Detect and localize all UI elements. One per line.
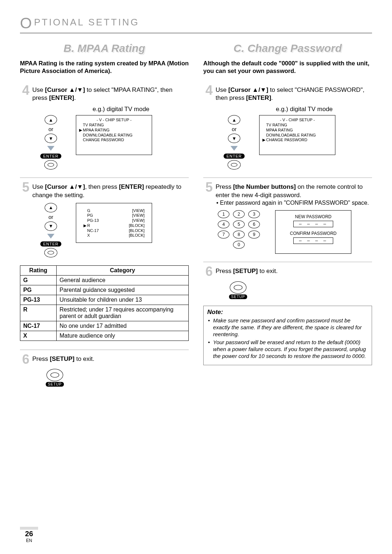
page-number-block: 26 EN xyxy=(20,527,38,543)
page-number: 26 xyxy=(20,530,38,538)
table-row: GGeneral audience xyxy=(20,275,189,285)
left-intro: MPAA Rating is the rating system created… xyxy=(20,60,189,74)
cursor-down-icon: ▼ xyxy=(45,221,57,231)
cursor-down-icon: ▼ xyxy=(228,134,240,143)
cursor-buttons: ▲ or ▼ ENTER xyxy=(40,115,61,170)
table-row: RRestricted; under 17 requires accompany… xyxy=(20,305,189,321)
rating-category-table: RatingCategory GGeneral audience PGParen… xyxy=(20,265,189,341)
note-box: Note: Make sure new password and confirm… xyxy=(203,306,372,365)
keypad-area: 1 2 3 4 5 6 7 8 9 0 NEW PASSWORD – – – –… xyxy=(218,210,372,254)
table-head-rating: Rating xyxy=(20,265,57,275)
keypad-3: 3 xyxy=(248,210,260,218)
note-item: Your password will be erased and return … xyxy=(213,339,368,359)
right-intro: Although the default code "0000" is supp… xyxy=(203,60,372,74)
cursor-up-icon: ▲ xyxy=(45,115,57,125)
section-title-c: C. Change Password xyxy=(203,42,372,54)
step-number: 4 xyxy=(203,85,213,96)
cursor-buttons: ▲ or ▼ ENTER xyxy=(224,115,245,170)
panel-title: - V - CHIP SETUP - xyxy=(79,118,149,123)
keypad-8: 8 xyxy=(233,231,245,239)
keypad-2: 2 xyxy=(233,210,245,218)
right-step-6: 6 Press [SETUP] to exit. xyxy=(203,266,372,277)
note-heading: Note: xyxy=(207,308,368,316)
left-step-4: 4 Use [Cursor ▲/▼] to select "MPAA RATIN… xyxy=(20,85,189,102)
setup-button-block: SETUP xyxy=(45,369,64,387)
step-body: Use [Cursor ▲/▼] to select "CHANGE PASSW… xyxy=(216,85,372,102)
new-password-box: – – – – xyxy=(293,221,333,227)
enter-label: ENTER xyxy=(224,154,245,159)
right-column: C. Change Password Although the default … xyxy=(203,40,372,387)
enter-button-icon xyxy=(44,160,57,170)
table-row: NC-17No one under 17 admitted xyxy=(20,321,189,331)
step-number: 6 xyxy=(20,354,29,365)
new-password-label: NEW PASSWORD xyxy=(278,214,349,219)
rating-panel: G[VIEW] PG[VIEW] PG-13[VIEW] ▶R[BLOCK] N… xyxy=(76,203,152,243)
step-body: Press [SETUP] to exit. xyxy=(216,266,372,275)
step-number: 6 xyxy=(203,266,213,277)
right-step-5: 5 Press [the Number buttons] on the remo… xyxy=(203,182,372,207)
arrow-down-icon xyxy=(47,146,54,151)
table-row: PG-13Unsuitable for children under 13 xyxy=(20,295,189,305)
confirm-password-label: CONFIRM PASSWORD xyxy=(278,231,349,236)
header-rest: PTIONAL SETTING xyxy=(34,17,139,28)
page-header: OPTIONAL SETTING xyxy=(20,15,372,33)
panel-title: - V - CHIP SETUP - xyxy=(262,118,332,123)
note-item: Make sure new password and confirm passw… xyxy=(213,317,368,338)
arrow-down-icon xyxy=(230,146,238,151)
table-row: PGParental guidance suggested xyxy=(20,285,189,295)
enter-button-icon xyxy=(228,160,241,170)
eg-label: e.g.) digital TV mode xyxy=(276,106,372,113)
keypad-7: 7 xyxy=(218,231,229,239)
setup-button-icon xyxy=(230,281,246,294)
keypad-9: 9 xyxy=(248,231,260,239)
keypad-4: 4 xyxy=(218,220,229,228)
left-diagram-5: ▲ or ▼ ENTER G[VIEW] PG[VIEW] PG-13[VIEW… xyxy=(40,203,189,257)
step-body: Use [Cursor ▲/▼], then press [ENTER] rep… xyxy=(32,182,189,199)
cursor-buttons: ▲ or ▼ ENTER xyxy=(40,203,61,257)
step-number: 5 xyxy=(20,182,29,193)
confirm-password-box: – – – – xyxy=(293,237,333,244)
keypad-0: 0 xyxy=(233,241,245,249)
vchip-panel: - V - CHIP SETUP - TV RATING ▶MPAA RATIN… xyxy=(76,115,152,155)
or-label: or xyxy=(48,126,53,132)
step-body: Press [SETUP] to exit. xyxy=(32,354,189,363)
step-number: 5 xyxy=(203,182,213,193)
bullet-confirm: Enter password again in "CONFIRM PASSWOR… xyxy=(221,199,372,207)
enter-label: ENTER xyxy=(40,154,61,159)
keypad-5: 5 xyxy=(233,220,245,228)
vchip-panel: - V - CHIP SETUP - TV RATING MPAA RATING… xyxy=(259,115,335,155)
enter-button-icon xyxy=(44,248,57,257)
table-row: XMature audience only xyxy=(20,331,189,341)
right-diagram-4: ▲ or ▼ ENTER - V - CHIP SETUP - TV RATIN… xyxy=(224,115,372,170)
section-title-b: B. MPAA Rating xyxy=(20,42,189,54)
left-column: B. MPAA Rating MPAA Rating is the rating… xyxy=(20,40,189,387)
header-capital-o: O xyxy=(20,15,34,32)
or-label: or xyxy=(48,214,53,220)
password-panel: NEW PASSWORD – – – – CONFIRM PASSWORD – … xyxy=(275,210,351,254)
left-step-5: 5 Use [Cursor ▲/▼], then press [ENTER] r… xyxy=(20,182,189,199)
keypad-1: 1 xyxy=(218,210,229,218)
number-keypad: 1 2 3 4 5 6 7 8 9 0 xyxy=(218,210,261,249)
cursor-up-icon: ▲ xyxy=(228,115,240,125)
page-lang: EN xyxy=(20,538,38,543)
arrow-down-icon xyxy=(47,234,54,239)
keypad-6: 6 xyxy=(248,220,260,228)
or-label: or xyxy=(232,126,236,132)
eg-label: e.g.) digital TV mode xyxy=(93,106,189,113)
left-diagram-4: ▲ or ▼ ENTER - V - CHIP SETUP - TV RATIN… xyxy=(40,115,189,170)
setup-label: SETUP xyxy=(46,382,64,387)
setup-label: SETUP xyxy=(229,294,247,299)
left-step-6: 6 Press [SETUP] to exit. xyxy=(20,354,189,365)
step-body: Use [Cursor ▲/▼] to select "MPAA RATING"… xyxy=(32,85,189,102)
cursor-down-icon: ▼ xyxy=(45,134,57,143)
right-step-4: 4 Use [Cursor ▲/▼] to select "CHANGE PAS… xyxy=(203,85,372,102)
cursor-up-icon: ▲ xyxy=(45,203,57,212)
enter-label: ENTER xyxy=(40,241,61,247)
setup-button-icon xyxy=(46,369,63,381)
step-number: 4 xyxy=(20,85,29,96)
table-head-category: Category xyxy=(57,265,189,275)
setup-button-block: SETUP xyxy=(229,281,248,299)
step-body: Press [the Number buttons] on the remote… xyxy=(216,182,372,207)
